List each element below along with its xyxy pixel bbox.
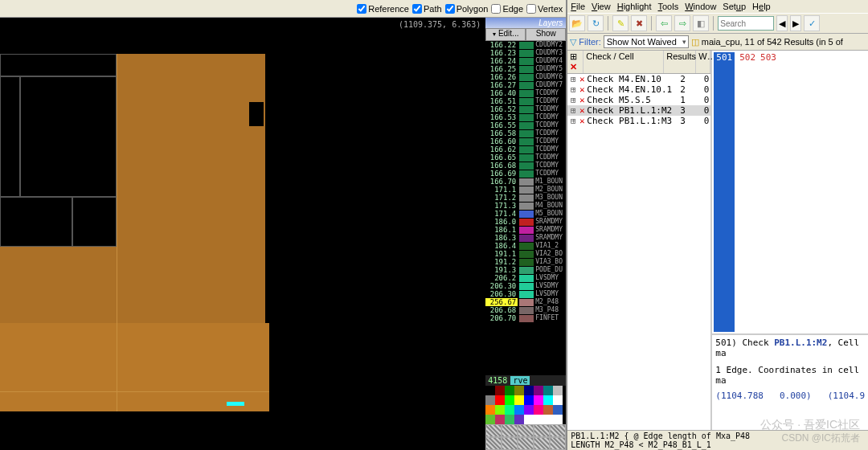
check-row[interactable]: ⊞✕Check M4.EN.10.120 [567,84,710,95]
palette-swatch[interactable] [524,386,534,395]
layer-row[interactable]: 166.40TCDDMY [485,89,566,97]
layer-row[interactable]: 166.70M1_BOUN [485,178,566,186]
opt-reference[interactable]: Reference [357,4,409,14]
layer-row[interactable]: 206.70FINFET [485,314,566,322]
layer-row[interactable]: 186.1SRAMDMY [485,226,566,234]
check-tree[interactable]: ⊞✕Check M4.EN.1020⊞✕Check M4.EN.10.120⊞✕… [567,74,710,126]
palette-swatch[interactable] [524,405,534,415]
check-row[interactable]: ⊞✕Check M5.S.510 [567,95,710,105]
filter-combo[interactable]: Show Not Waived [604,35,689,48]
results-list[interactable]: 501 502 503 [712,51,868,333]
col-waived[interactable]: W… [696,51,710,73]
palette-swatch[interactable] [543,415,553,424]
folder-open-icon[interactable]: 📂 [569,15,585,31]
palette-swatch[interactable] [485,395,495,405]
palette-swatch[interactable] [524,415,534,424]
opt-polygon[interactable]: Polygon [445,4,489,14]
layer-row[interactable]: 166.27CDUDMY7 [485,81,566,89]
layer-row[interactable]: 191.1VIA2_BO [485,250,566,258]
menu-tools[interactable]: Tools [658,2,679,11]
color-palette[interactable] [485,386,566,424]
layer-row[interactable]: 166.65TCDDMY [485,153,566,162]
layer-row[interactable]: 166.62TCDDMY [485,145,566,153]
menu-file[interactable]: File [571,2,585,11]
palette-swatch[interactable] [514,415,524,424]
layer-row[interactable]: 206.30LVSDMY [485,282,566,290]
palette-swatch[interactable] [514,405,524,415]
refresh-icon[interactable]: ↻ [588,15,604,31]
arrow-prev-icon[interactable]: ⇦ [656,15,672,31]
result-item-selected[interactable]: 501 [714,52,735,332]
layer-row[interactable]: 166.51TCDDMY [485,97,566,105]
menu-highlight[interactable]: Highlight [617,2,652,11]
waive-icon[interactable]: ✓ [804,15,820,31]
palette-swatch[interactable] [553,415,563,424]
menu-help[interactable]: Help [752,2,771,11]
palette-swatch[interactable] [495,415,505,424]
layer-row[interactable]: 166.26CDUDMY6 [485,73,566,81]
palette-swatch[interactable] [495,405,505,415]
layer-row[interactable]: 256.67M2_P48 [485,298,566,306]
col-results[interactable]: Results [664,51,696,73]
nav-prev-icon[interactable]: ◀ [776,15,788,31]
col-check[interactable]: Check / Cell [583,51,664,73]
palette-swatch[interactable] [505,405,514,415]
palette-swatch[interactable] [534,386,543,395]
layer-row[interactable]: 166.68TCDDMY [485,162,566,170]
layer-row[interactable]: 206.68M3_P48 [485,306,566,314]
layers-tab-edit[interactable]: ▾ Edit... [485,28,526,41]
layer-row[interactable]: 171.2M3_BOUN [485,194,566,202]
layer-row[interactable]: 186.4VIA1_2 [485,242,566,250]
palette-swatch[interactable] [553,386,563,395]
layer-row[interactable]: 166.55TCDDMY [485,121,566,129]
layers-list[interactable]: 166.22CDUDMY2166.23CDUDMY3166.24CDUDMY41… [485,41,566,375]
result-item[interactable]: 502 [739,52,755,332]
palette-swatch[interactable] [534,415,543,424]
opt-path[interactable]: Path [412,4,442,14]
layer-row[interactable]: 191.3PODE_DU [485,266,566,274]
unhilite-icon[interactable]: ◧ [693,15,709,31]
palette-swatch[interactable] [534,405,543,415]
palette-swatch[interactable] [485,386,495,395]
palette-swatch[interactable] [543,395,553,405]
layer-row[interactable]: 171.3M4_BOUN [485,202,566,210]
menu-setup[interactable]: Setup [723,2,746,11]
layout-canvas[interactable] [0,18,485,450]
hatch-palette[interactable] [485,424,566,450]
result-item[interactable]: 503 [760,52,776,332]
layer-row[interactable]: 186.0SRAMDMY [485,218,566,226]
check-row[interactable]: ⊞✕Check M4.EN.1020 [567,74,710,84]
layer-row[interactable]: 206.2LVSDMY [485,274,566,282]
palette-swatch[interactable] [495,395,505,405]
layer-row[interactable]: 166.24CDUDMY4 [485,57,566,65]
palette-swatch[interactable] [553,395,563,405]
layer-row[interactable]: 166.52TCDDMY [485,105,566,113]
check-row[interactable]: ⊞✕Check PB1.L.1:M330 [567,116,710,126]
palette-swatch[interactable] [505,395,514,405]
palette-swatch[interactable] [514,386,524,395]
palette-swatch[interactable] [543,386,553,395]
layer-row[interactable]: 166.22CDUDMY2 [485,41,566,49]
palette-swatch[interactable] [553,405,563,415]
palette-swatch[interactable] [514,395,524,405]
palette-swatch[interactable] [543,405,553,415]
layer-row[interactable]: 171.4M5_BOUN [485,210,566,218]
nav-next-icon[interactable]: ▶ [790,15,801,31]
header-expand-icon[interactable]: ⊞ [570,51,577,61]
layer-row[interactable]: 191.2VIA3_BO [485,258,566,266]
layers-tab-show[interactable]: Show [526,28,566,41]
arrow-next-icon[interactable]: ⇨ [674,15,690,31]
palette-swatch[interactable] [495,386,505,395]
layer-row[interactable]: 186.3SRAMDMY [485,234,566,242]
palette-swatch[interactable] [524,395,534,405]
opt-vertex[interactable]: Vertex [526,4,563,14]
layer-row[interactable]: 206.30LVSDMY [485,290,566,298]
search-input[interactable] [718,16,774,31]
layer-row[interactable]: 166.23CDUDMY3 [485,49,566,57]
palette-swatch[interactable] [534,395,543,405]
palette-swatch[interactable] [485,405,495,415]
palette-swatch[interactable] [505,386,514,395]
erase-icon[interactable]: ✖ [631,15,647,31]
palette-swatch[interactable] [485,415,495,424]
check-row[interactable]: ⊞✕Check PB1.L.1:M230 [567,105,710,116]
